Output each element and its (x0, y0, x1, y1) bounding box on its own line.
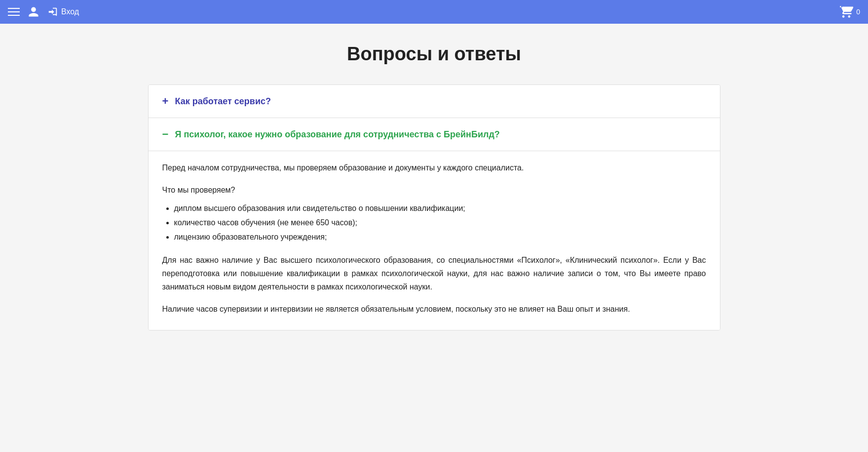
faq-toggle-icon-2: − (162, 129, 170, 140)
faq-answer-checklist: диплом высшего образования или свидетель… (174, 202, 706, 244)
faq-question-text-1: Как работает сервис? (175, 96, 271, 107)
faq-question-2[interactable]: − Я психолог, какое нужно образование дл… (149, 118, 720, 151)
login-button[interactable]: Вход (47, 6, 79, 17)
faq-answer-details: Для нас важно наличие у Вас высшего псих… (162, 253, 706, 294)
faq-item-1: + Как работает сервис? (149, 85, 720, 118)
faq-answer-additional: Наличие часов супервизии и интервизии не… (162, 302, 706, 316)
faq-question-text-2: Я психолог, какое нужно образование для … (175, 129, 500, 140)
user-icon (28, 6, 39, 18)
cart-icon (839, 5, 853, 19)
login-label: Вход (61, 7, 79, 16)
login-arrow-icon (47, 6, 58, 17)
faq-answer-2: Перед началом сотрудничества, мы проверя… (149, 151, 720, 330)
faq-question-1[interactable]: + Как работает сервис? (149, 85, 720, 118)
faq-container: + Как работает сервис? − Я психолог, как… (148, 84, 720, 330)
cart-area[interactable]: 0 (839, 5, 860, 19)
list-item: диплом высшего образования или свидетель… (174, 202, 706, 216)
list-item: лицензию образовательного учреждения; (174, 230, 706, 245)
page-title: Вопросы и ответы (148, 43, 720, 65)
faq-toggle-icon-1: + (162, 96, 170, 107)
cart-count: 0 (856, 8, 860, 16)
hamburger-menu-icon[interactable] (8, 8, 20, 16)
faq-answer-check-label: Что мы проверяем? (162, 183, 706, 197)
faq-item-2: − Я психолог, какое нужно образование дл… (149, 118, 720, 330)
header-left: Вход (8, 6, 79, 18)
main-content: Вопросы и ответы + Как работает сервис? … (138, 24, 730, 350)
faq-answer-intro: Перед началом сотрудничества, мы проверя… (162, 161, 706, 174)
header: Вход 0 (0, 0, 868, 24)
list-item: количество часов обучения (не менее 650 … (174, 216, 706, 230)
